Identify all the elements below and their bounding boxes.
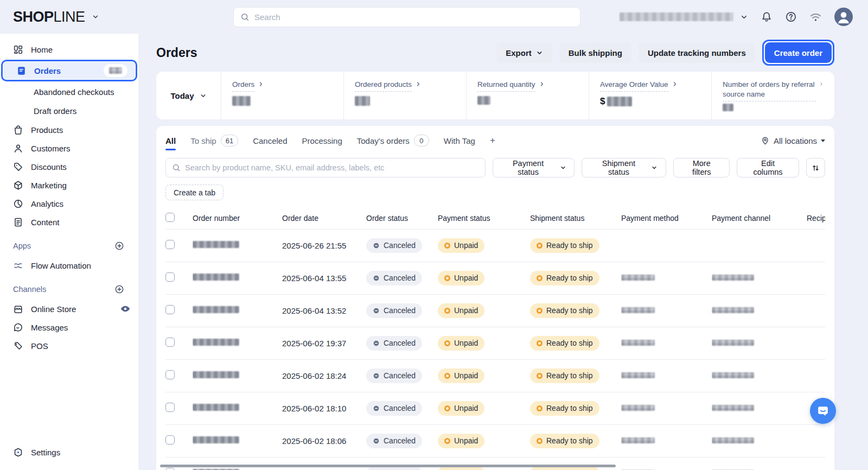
sidebar-item-marketing[interactable]: Marketing — [0, 176, 138, 194]
wifi-status-icon[interactable] — [809, 11, 822, 23]
badge-label: Unpaid — [454, 404, 478, 412]
sidebar-item-discounts[interactable]: Discounts — [0, 157, 138, 176]
add-tab-button[interactable]: + — [490, 135, 495, 146]
preview-eye-icon[interactable] — [120, 303, 131, 314]
sidebar-item-analytics[interactable]: Analytics — [0, 194, 138, 213]
row-checkbox[interactable] — [165, 435, 175, 444]
orders-search[interactable] — [165, 158, 486, 177]
add-channel-icon[interactable] — [114, 284, 124, 294]
col-order-number: Order number — [193, 207, 282, 229]
orders-search-input[interactable] — [185, 163, 479, 172]
tab-with-tag[interactable]: With Tag — [444, 136, 475, 145]
horizontal-scrollbar[interactable] — [160, 465, 616, 467]
tab-processing[interactable]: Processing — [302, 136, 342, 145]
tab-todays-orders[interactable]: Today's orders 0 — [357, 135, 429, 147]
select-all-checkbox[interactable] — [165, 213, 175, 222]
more-filters-button[interactable]: More filters — [673, 158, 730, 177]
tab-to-ship[interactable]: To ship 61 — [190, 135, 238, 147]
row-checkbox[interactable] — [165, 240, 175, 249]
badge-label: Canceled — [384, 371, 416, 380]
tab-label: Processing — [302, 136, 342, 145]
stat-label: Average Order Value — [600, 80, 668, 92]
sidebar-item-label: Products — [31, 125, 63, 135]
table-row[interactable]: 2025-06-02 19:37 Canceled Unpaid Ready t… — [165, 327, 825, 359]
account-menu[interactable] — [620, 12, 748, 21]
sidebar-item-messages[interactable]: Messages — [0, 318, 138, 336]
table-row[interactable]: 2025-06-26 21:55 Canceled Unpaid Ready t… — [165, 229, 825, 262]
tab-count-badge: 0 — [414, 135, 429, 147]
shopline-logo[interactable]: SHOPLINE — [13, 9, 85, 26]
badge-label: Canceled — [384, 274, 416, 282]
orders-count-redacted — [109, 67, 122, 74]
create-a-tab-button[interactable]: Create a tab — [165, 185, 224, 200]
tab-all[interactable]: All — [165, 136, 176, 145]
update-tracking-button[interactable]: Update tracking numbers — [639, 42, 755, 63]
main-content: Orders Export Bulk shipping Update track… — [138, 34, 868, 470]
table-row[interactable]: 2025-06-04 13:52 Canceled Unpaid Ready t… — [165, 294, 825, 327]
global-search[interactable] — [233, 7, 580, 27]
order-date: 2025-06-02 19:37 — [282, 327, 366, 359]
row-checkbox[interactable] — [165, 305, 175, 314]
sidebar-item-flow-automation[interactable]: Flow Automation — [0, 256, 138, 275]
sidebar-item-draft-orders[interactable]: Draft orders — [0, 101, 138, 120]
row-checkbox[interactable] — [165, 468, 175, 470]
sidebar-item-pos[interactable]: POS — [0, 336, 138, 355]
row-checkbox[interactable] — [165, 272, 175, 282]
stat-returned-quantity-link[interactable]: Returned quantity — [477, 80, 578, 92]
support-chat-button[interactable] — [810, 398, 836, 424]
location-filter[interactable]: All locations — [761, 136, 825, 145]
filter-label: Shipment status — [590, 159, 647, 176]
row-checkbox[interactable] — [165, 338, 175, 347]
table-row[interactable]: 2025-06-04 13:55 Canceled Unpaid Ready t… — [165, 262, 825, 294]
order-number-redacted — [193, 241, 239, 248]
sidebar-item-content[interactable]: Content — [0, 213, 138, 231]
help-icon[interactable] — [785, 11, 797, 23]
export-button[interactable]: Export — [496, 42, 552, 63]
shipment-status-filter[interactable]: Shipment status — [582, 158, 666, 177]
sidebar-item-settings[interactable]: Settings — [0, 443, 138, 461]
stat-label: Orders — [232, 80, 254, 92]
sidebar-item-customers[interactable]: Customers — [0, 139, 138, 157]
table-row[interactable]: 2025-06-02 18:24 Canceled Unpaid Ready t… — [165, 359, 825, 392]
stat-value-redacted — [723, 104, 733, 111]
table-row[interactable]: 2025-06-02 18:10 Canceled Unpaid Ready t… — [165, 392, 825, 424]
tab-canceled[interactable]: Canceled — [253, 136, 287, 145]
sidebar-item-label: Orders — [34, 66, 61, 75]
stat-referral-link[interactable]: Number of orders by referral source name — [723, 80, 824, 101]
sidebar-item-online-store[interactable]: Online Store — [0, 300, 138, 318]
notifications-bell-icon[interactable] — [761, 11, 773, 23]
stat-value-redacted — [355, 96, 370, 106]
row-checkbox[interactable] — [165, 403, 175, 412]
shipment-status-badge: Ready to ship — [530, 434, 599, 448]
stat-aov-link[interactable]: Average Order Value — [600, 80, 700, 92]
ready-to-ship-icon — [537, 405, 542, 411]
avatar[interactable] — [834, 8, 853, 26]
row-checkbox[interactable] — [165, 370, 175, 379]
add-app-icon[interactable] — [114, 241, 124, 251]
payment-status-filter[interactable]: Payment status — [493, 158, 575, 177]
global-search-input[interactable] — [254, 12, 573, 22]
bulk-shipping-button[interactable]: Bulk shipping — [559, 42, 631, 63]
edit-columns-button[interactable]: Edit columns — [737, 158, 799, 177]
table-row[interactable]: 2025-06-02 17:57 Canceled Unpaid Ready t… — [165, 457, 825, 470]
discounts-tag-icon — [13, 162, 23, 172]
stat-value-redacted — [477, 96, 490, 105]
ready-to-ship-icon — [537, 340, 542, 346]
settings-gear-icon — [13, 447, 23, 458]
sidebar-item-products[interactable]: Products — [0, 120, 138, 139]
payment-channel-redacted — [712, 405, 754, 411]
col-shipment-status: Shipment status — [530, 207, 621, 229]
col-payment-status: Payment status — [438, 207, 530, 229]
sidebar-item-orders[interactable]: Orders — [3, 62, 135, 79]
payment-channel-redacted — [712, 437, 754, 443]
table-row[interactable]: 2025-06-02 18:06 Canceled Unpaid Ready t… — [165, 424, 825, 457]
create-order-button[interactable]: Create order — [765, 42, 832, 63]
date-range-select[interactable]: Today — [156, 72, 221, 119]
logo-chevron-down-icon[interactable] — [92, 13, 99, 21]
orders-icon — [16, 66, 27, 76]
stat-ordered-products-link[interactable]: Ordered products — [355, 80, 455, 92]
stat-orders-link[interactable]: Orders — [232, 80, 333, 92]
sidebar-item-abandoned-checkouts[interactable]: Abandoned checkouts — [0, 82, 138, 101]
sidebar-item-home[interactable]: Home — [0, 40, 138, 59]
sort-button[interactable] — [806, 158, 825, 177]
